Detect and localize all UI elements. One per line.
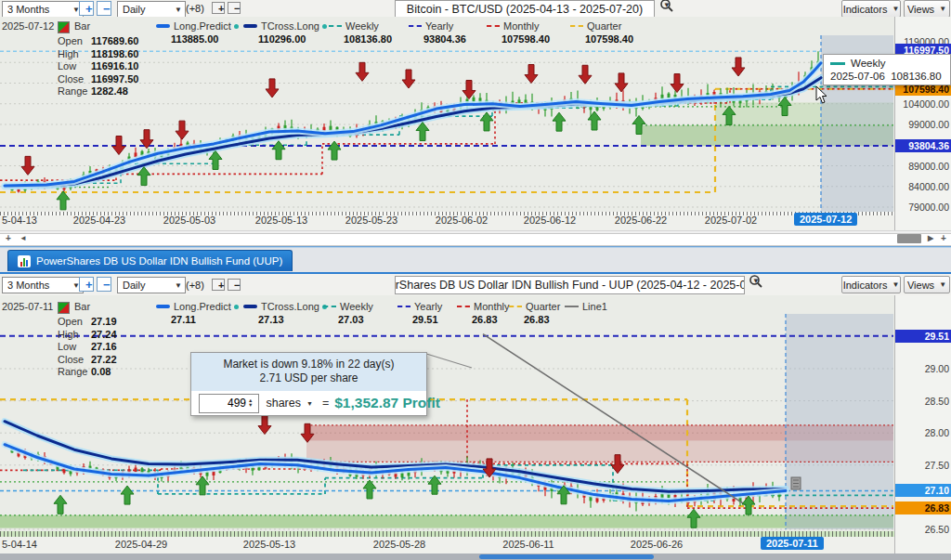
x-axis-label: 2025-06-11 — [493, 539, 564, 550]
bottom-range-plus-button[interactable]: + — [79, 277, 94, 292]
legend-value-quarter: 26.83 — [524, 314, 550, 325]
ohlc-key-high: High — [58, 329, 79, 340]
legend-indicator-weekly: Weekly — [323, 301, 373, 312]
y-axis-label-2710: 27.10 — [895, 484, 951, 497]
bottom-scroll-strip[interactable] — [0, 553, 951, 560]
legend-indicator-yearly: Yearly — [397, 301, 442, 312]
y-axis-label-2650: 26.50 — [925, 524, 949, 535]
profit-value: $1,352.87 Profit — [334, 395, 440, 411]
y-axis-label-8400000: 84000.00 — [908, 181, 949, 192]
profit-tooltip-header: Market is down 9.18% in 22 day(s) 2.71 U… — [191, 353, 426, 391]
top-range-value: 3 Months — [7, 4, 49, 15]
top-indicators-button[interactable]: Indicators▼ — [841, 0, 901, 18]
x-axis-label: 2025-06-26 — [621, 539, 692, 550]
top-scroll-plus-left[interactable]: + — [2, 233, 15, 244]
profit-tooltip: Market is down 9.18% in 22 day(s) 2.71 U… — [190, 352, 427, 416]
ohlc-value-range: 1282.48 — [91, 85, 128, 97]
bottom-toolbar: 3 Months▼ + − Daily▼ (+8) + − PowerShare… — [0, 274, 951, 295]
shares-spinner[interactable]: ▲▼ — [248, 398, 253, 408]
bottom-chart-title: PowerShares DB US Dollar IDN Bullish Fun… — [395, 276, 745, 294]
legend-value-long-predict: 27.11 — [171, 314, 196, 325]
top-price-axis[interactable]: 119000.00116997.50114000.00109000.001075… — [894, 17, 951, 230]
x-axis-label: 2025-06-02 — [426, 215, 497, 226]
bottom-indicators-button[interactable]: Indicators▼ — [841, 276, 901, 293]
legend-indicator-quarter: Quarter — [570, 20, 621, 32]
top-bars-plus-button[interactable]: + — [212, 2, 225, 14]
legend-indicator-line1: Line1 — [565, 301, 607, 312]
chevron-down-icon: ▼ — [939, 280, 946, 289]
top-offset-label: (+8) — [186, 3, 204, 14]
legend-indicator-long-predict: Long.Predict — [156, 301, 239, 312]
legend-value-yearly: 93804.36 — [423, 33, 466, 45]
trading-app-window: 3 Months ▼ + − Daily ▼ (+8) + − Bitcoin … — [0, 0, 951, 560]
legend-indicator-yearly: Yearly — [409, 20, 453, 32]
y-axis-label-2850: 28.50 — [925, 396, 949, 407]
y-axis-label-10400000: 104000.00 — [903, 98, 949, 110]
x-axis-label: 5-04-13 — [2, 215, 58, 226]
chart-icon — [18, 255, 31, 267]
ohlc-key-range: Range — [58, 366, 87, 377]
search-icon[interactable] — [659, 0, 674, 13]
legend-value-weekly: 27.03 — [338, 314, 364, 325]
chevron-down-icon: ▼ — [175, 6, 182, 14]
legend-date: 2025-07-12 — [2, 20, 54, 32]
x-axis-label: 2025-05-28 — [364, 539, 435, 550]
x-axis-label: 2025-05-13 — [234, 539, 305, 550]
bottom-range-minus-button[interactable]: − — [97, 277, 111, 292]
top-range-plus-button[interactable]: + — [79, 1, 94, 16]
bottom-range-select[interactable]: 3 Months▼ — [2, 277, 84, 293]
bottom-tabbar: PowerShares DB US Dollar IDN Bullish Fun… — [0, 248, 951, 274]
bottom-views-button[interactable]: Views▼ — [904, 276, 950, 293]
quarter-line-icon — [509, 306, 522, 307]
bottom-price-axis[interactable]: 29.5129.0028.5028.0027.5027.1026.8326.50 — [894, 295, 951, 553]
ohlc-value-low: 27.16 — [91, 341, 117, 352]
top-search[interactable]: ▼ — [659, 1, 671, 9]
bottom-scroll-thumb[interactable] — [479, 554, 654, 559]
search-icon[interactable] — [749, 274, 763, 289]
bottom-bars-minus-button[interactable]: − — [228, 279, 241, 291]
top-range-minus-button[interactable]: − — [97, 1, 111, 16]
y-axis-label-2951: 29.51 — [895, 330, 951, 343]
x-axis-label: 5-04-14 — [2, 539, 58, 550]
weekly-tooltip: Weekly 2025-07-06 108136.80 — [823, 54, 951, 85]
top-toolbar: 3 Months ▼ + − Daily ▼ (+8) + − Bitcoin … — [0, 0, 951, 17]
legend-indicator-long-predict: Long.Predict — [156, 20, 239, 32]
top-views-button[interactable]: Views▼ — [904, 0, 950, 18]
chevron-down-icon: ▼ — [939, 5, 946, 13]
legend-value-yearly: 29.51 — [412, 314, 438, 325]
monthly-line-icon — [457, 306, 470, 307]
x-axis-label-current: 2025-07-11 — [761, 537, 824, 550]
x-axis-label: 2025-05-23 — [336, 215, 407, 226]
bottom-bars-plus-button[interactable]: + — [212, 279, 225, 291]
tcross.long-line-icon — [243, 305, 257, 308]
bar-type-icon — [58, 302, 70, 314]
legend-value-tcross-long: 27.13 — [258, 314, 284, 325]
tab-uup[interactable]: PowerShares DB US Dollar IDN Bullish Fun… — [7, 250, 293, 271]
bottom-price-chart[interactable] — [0, 295, 894, 531]
top-scroll-plus-right[interactable]: + — [937, 233, 950, 244]
bottom-interval-select[interactable]: Daily▼ — [117, 277, 186, 293]
x-axis-label: 2025-06-12 — [515, 215, 585, 226]
top-scroll-left-arrow[interactable]: ◄ — [17, 233, 30, 244]
legend-indicator-tcross-long: TCross.Long — [243, 20, 327, 32]
y-axis-label-2750: 27.50 — [925, 460, 949, 471]
legend-value-monthly: 107598.40 — [502, 33, 550, 45]
legend-indicator-monthly: Monthly — [457, 301, 510, 312]
top-scrollbar[interactable]: + ◄ ▶ + — [0, 230, 951, 246]
ohlc-value-high: 27.24 — [91, 329, 117, 340]
legend-indicator-weekly: Weekly — [329, 20, 379, 32]
y-axis-label-9380436: 93804.36 — [895, 139, 951, 152]
top-bars-minus-button[interactable]: − — [228, 2, 241, 14]
shares-unit-dropdown[interactable]: ▼ — [306, 400, 313, 407]
top-scrollbar-thumb[interactable] — [897, 234, 921, 243]
top-scroll-right-arrow[interactable]: ▶ — [924, 233, 937, 244]
ohlc-key-close: Close — [58, 73, 84, 85]
bottom-search[interactable]: ▼ — [749, 277, 760, 285]
equals-sign: = — [322, 397, 329, 410]
top-scrollbar-track[interactable] — [0, 233, 951, 246]
x-axis-label: 2025-06-22 — [606, 215, 676, 226]
ohlc-value-low: 116916.10 — [91, 60, 138, 72]
top-interval-select[interactable]: Daily ▼ — [117, 1, 186, 18]
legend-date: 2025-07-11 — [2, 301, 53, 312]
top-range-select[interactable]: 3 Months ▼ — [2, 1, 84, 18]
